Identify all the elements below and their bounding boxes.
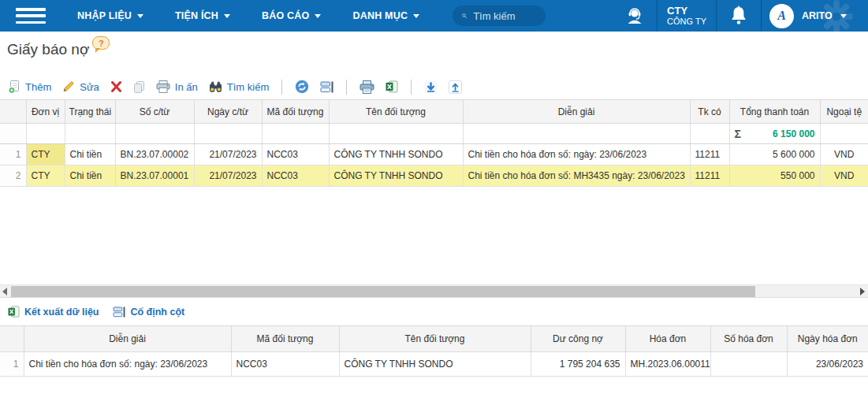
col-header-ten-doi-tuong[interactable]: Tên đối tượng xyxy=(329,100,463,124)
filter-cell[interactable] xyxy=(262,124,329,144)
filter-cell[interactable] xyxy=(690,124,729,144)
cell-ma-doi-tuong[interactable]: NCC03 xyxy=(262,144,329,165)
chevron-down-icon xyxy=(315,14,321,18)
col-header-ngay-hoa-don[interactable]: Ngày hóa đơn xyxy=(787,326,868,352)
filter-cell[interactable] xyxy=(329,124,463,144)
cell-rownum xyxy=(0,124,26,144)
upload-button[interactable] xyxy=(449,80,462,94)
col-header-tong-thanh-toan[interactable]: Tổng thanh toán xyxy=(729,100,820,124)
user-menu[interactable]: A ARITO xyxy=(762,0,868,32)
filter-cell[interactable] xyxy=(820,124,868,144)
cell-rownum: 2 xyxy=(0,165,26,187)
scroll-left-arrow[interactable] xyxy=(2,288,7,296)
cell-dien-giai[interactable]: Chi tiền cho hóa đơn số: ngày: 23/06/202… xyxy=(24,352,231,377)
col-header-so-ctu[interactable]: Số c/từ xyxy=(115,100,194,124)
toolbar: Thêm Sửa In xyxy=(8,77,462,96)
avatar-logo-letter: A xyxy=(777,9,786,23)
menu-label: BÁO CÁO xyxy=(262,10,309,21)
topbar-right-cluster: CTY CÔNG TY xyxy=(613,0,868,32)
cell-ngoai-te[interactable]: VND xyxy=(820,144,868,165)
menu-danh-muc[interactable]: DANH MỤC xyxy=(341,0,430,32)
freeze-columns-link[interactable]: Cố định cột xyxy=(113,307,184,318)
cell-ma-doi-tuong[interactable]: NCC03 xyxy=(262,165,329,187)
download-button[interactable] xyxy=(424,80,438,94)
arrow-down-icon xyxy=(424,80,438,94)
cell-du-cong-no[interactable]: 1 795 204 635 xyxy=(531,352,625,377)
filter-cell[interactable] xyxy=(463,124,690,144)
cell-don-vi[interactable]: CTY xyxy=(26,144,65,165)
cell-so-hoa-don[interactable] xyxy=(710,352,787,377)
cell-ngay-hoa-don[interactable]: 23/06/2023 xyxy=(787,352,868,377)
help-icon[interactable]: ? xyxy=(92,36,110,50)
menu-nhap-lieu[interactable]: NHẬP LIỆU xyxy=(66,0,155,32)
col-header-dien-giai[interactable]: Diễn giải xyxy=(24,326,231,352)
company-name: CÔNG TY xyxy=(667,17,706,27)
col-header-don-vi[interactable]: Đơn vị xyxy=(26,100,65,124)
menu-bao-cao[interactable]: BÁO CÁO xyxy=(251,0,332,32)
support-agent-icon[interactable] xyxy=(613,6,657,25)
edit-button[interactable]: Sửa xyxy=(62,80,99,93)
cell-ma-doi-tuong[interactable]: NCC03 xyxy=(231,352,339,377)
refresh-button[interactable] xyxy=(295,80,309,94)
cell-ten-doi-tuong[interactable]: CÔNG TY TNHH SONDO xyxy=(329,144,463,165)
print-button-label: In ấn xyxy=(175,81,198,93)
menu-label: NHẬP LIỆU xyxy=(77,10,132,21)
cell-so-ctu[interactable]: BN.23.07.00002 xyxy=(115,144,194,165)
cell-ten-doi-tuong[interactable]: CÔNG TY TNHH SONDO xyxy=(339,352,531,377)
export-excel-button[interactable] xyxy=(386,80,398,93)
table-row-selected: 2 CTY Chi tiền BN.23.07.00001 21/07/2023… xyxy=(0,165,868,187)
filter-cell[interactable] xyxy=(194,124,262,144)
horizontal-scrollbar[interactable] xyxy=(0,284,868,298)
cell-dien-giai[interactable]: Chi tiền cho hóa đơn số: ngày: 23/06/202… xyxy=(463,144,690,165)
col-header-tk-co[interactable]: Tk có xyxy=(690,100,729,124)
print-preview-button[interactable] xyxy=(359,80,374,94)
chevron-down-icon xyxy=(413,14,419,18)
filter-cell[interactable] xyxy=(65,124,115,144)
cell-ngay-ctu[interactable]: 21/07/2023 xyxy=(194,165,262,187)
cell-tk-co[interactable]: 11211 xyxy=(690,144,729,165)
cell-trang-thai[interactable]: Chi tiền xyxy=(65,144,115,165)
cell-trang-thai[interactable]: Chi tiền xyxy=(65,165,115,187)
search-icon xyxy=(462,10,467,21)
freeze-columns-button[interactable] xyxy=(320,81,333,93)
scroll-right-arrow[interactable] xyxy=(860,288,865,296)
col-header-ma-doi-tuong[interactable]: Mã đối tượng xyxy=(231,326,339,352)
notifications-bell-icon[interactable] xyxy=(717,6,761,26)
cell-ngoai-te[interactable]: VND xyxy=(820,165,868,187)
company-selector[interactable]: CTY CÔNG TY xyxy=(658,5,716,27)
title-bar: Giấy báo nợ ? xyxy=(7,41,110,58)
filter-cell[interactable] xyxy=(115,124,194,144)
cell-tk-co[interactable]: 11211 xyxy=(690,165,729,187)
print-button[interactable]: In ấn xyxy=(156,80,198,93)
col-header-ngay-ctu[interactable]: Ngày c/từ xyxy=(194,100,262,124)
cell-don-vi[interactable]: CTY xyxy=(26,165,65,187)
cell-ngay-ctu[interactable]: 21/07/2023 xyxy=(194,144,262,165)
cell-hoa-don[interactable]: MH.2023.06.00011 xyxy=(625,352,710,377)
delete-button[interactable] xyxy=(110,81,122,92)
cell-ten-doi-tuong[interactable]: CÔNG TY TNHH SONDO xyxy=(329,165,463,187)
col-header-dien-giai[interactable]: Diễn giải xyxy=(463,100,690,124)
search-box[interactable] xyxy=(453,6,546,26)
cell-tong-thanh-toan[interactable]: 5 600 000 xyxy=(729,144,820,165)
col-header-du-cong-no[interactable]: Dư công nợ xyxy=(531,326,625,352)
col-header-ten-doi-tuong[interactable]: Tên đối tượng xyxy=(339,326,531,352)
menu-tien-ich[interactable]: TIỆN ÍCH xyxy=(164,0,241,32)
cell-so-ctu[interactable]: BN.23.07.00001 xyxy=(115,165,194,187)
col-header-trang-thai[interactable]: Trạng thái xyxy=(65,100,115,124)
freeze-columns-icon xyxy=(320,81,333,93)
hamburger-menu-icon[interactable] xyxy=(16,8,46,24)
col-header-ma-doi-tuong[interactable]: Mã đối tượng xyxy=(262,100,329,124)
cell-tong-thanh-toan[interactable]: 550 000 xyxy=(729,165,820,187)
export-data-link[interactable]: Kết xuất dữ liệu xyxy=(8,306,99,318)
find-button[interactable]: Tìm kiếm xyxy=(209,81,269,93)
cell-dien-giai[interactable]: Chi tiền cho hóa đơn số: MH3435 ngày: 23… xyxy=(463,165,690,187)
search-input[interactable] xyxy=(473,10,536,22)
cell-rownum: 1 xyxy=(0,144,26,165)
col-header-so-hoa-don[interactable]: Số hóa đơn xyxy=(710,326,787,352)
filter-cell[interactable] xyxy=(26,124,65,144)
col-header-hoa-don[interactable]: Hóa đơn xyxy=(625,326,710,352)
add-button[interactable]: Thêm xyxy=(8,80,51,94)
copy-button[interactable] xyxy=(133,81,145,93)
scrollbar-thumb[interactable] xyxy=(11,286,755,297)
col-header-ngoai-te[interactable]: Ngoại tệ xyxy=(820,100,868,124)
